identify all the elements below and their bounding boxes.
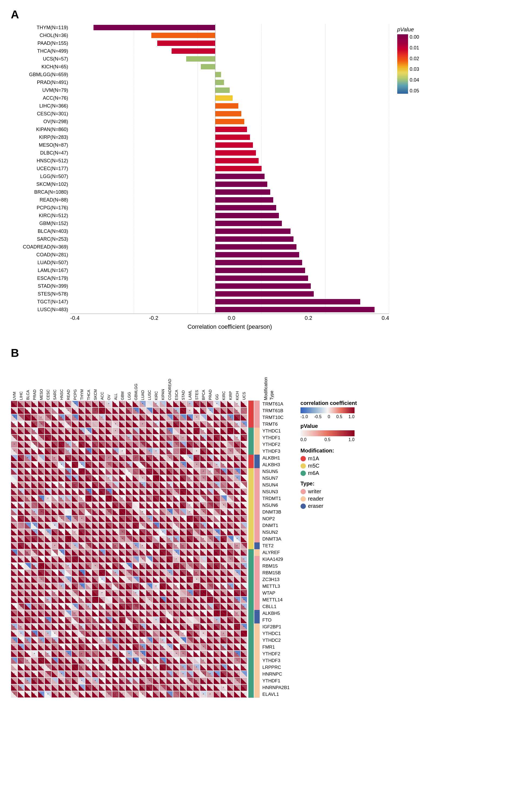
heatmap-cell: * <box>119 563 126 569</box>
heatmap-cell <box>234 630 241 637</box>
heatmap-cell: * <box>17 630 24 637</box>
heatmap-cell: * <box>214 596 220 603</box>
type-segment <box>254 684 260 691</box>
heatmap-cell: * <box>241 516 247 522</box>
heatmap-cell: * <box>24 623 31 630</box>
heatmap-cell: * <box>146 637 153 644</box>
heatmap-cell: * <box>72 427 78 434</box>
type-segment <box>254 434 260 441</box>
heatmap-cell <box>214 414 220 421</box>
heatmap-cell: * <box>214 407 220 414</box>
legend-a: pValue 0.00 0.01 0.02 0.03 0.04 0.05 <box>397 27 419 94</box>
heatmap-cell: * <box>214 549 220 556</box>
heatmap-cell: * <box>207 556 214 563</box>
heatmap-cell: * <box>159 529 166 536</box>
heatmap-cell: * <box>173 603 180 610</box>
heatmap-cell: * <box>92 488 99 495</box>
heatmap-row: ************************** <box>11 407 247 414</box>
bar-label: COAD(N=281) <box>11 252 70 258</box>
heatmap-cell: * <box>17 684 24 691</box>
heatmap-row: ************************** <box>11 461 247 468</box>
heatmap-cell: * <box>139 664 146 671</box>
heatmap-cell <box>119 576 126 583</box>
heatmap-cell: * <box>45 664 51 671</box>
heatmap-cell <box>214 583 220 590</box>
mod-segment <box>248 536 254 542</box>
heatmap-cell: * <box>180 651 186 657</box>
heatmap-cell: * <box>214 427 220 434</box>
heatmap-cell: * <box>85 657 92 664</box>
heatmap-cell: * <box>166 563 173 569</box>
heatmap-cell: * <box>99 651 105 657</box>
row-label: CBLL1 <box>261 603 290 610</box>
heatmap-cell: * <box>72 461 78 468</box>
heatmap-cell <box>31 488 38 495</box>
heatmap-cell: * <box>65 536 72 542</box>
heatmap-cell: * <box>24 657 31 664</box>
heatmap-cell: * <box>180 516 186 522</box>
heatmap-cell: * <box>146 434 153 441</box>
bar-area <box>70 157 389 164</box>
heatmap-cell: * <box>72 549 78 556</box>
heatmap-cell: * <box>85 475 92 482</box>
heatmap-cell: * <box>132 590 139 596</box>
heatmap-cell: * <box>11 637 17 644</box>
heatmap-cell <box>173 644 180 651</box>
heatmap-cell: * <box>31 542 38 549</box>
row-label: TRMT6 <box>261 421 290 427</box>
heatmap-cell: * <box>146 468 153 475</box>
heatmap-cell <box>65 664 72 671</box>
heatmap-cell: * <box>24 441 31 448</box>
heatmap-cell: * <box>186 644 193 651</box>
heatmap-cell <box>139 610 146 617</box>
heatmap-cell: * <box>186 488 193 495</box>
col-header: LIHC <box>17 362 24 400</box>
heatmap-cell: * <box>193 630 200 637</box>
heatmap-cell: * <box>241 644 247 651</box>
type-segment <box>254 576 260 583</box>
heatmap-cell: * <box>132 495 139 502</box>
heatmap-cell: * <box>180 623 186 630</box>
heatmap-cell <box>159 657 166 664</box>
bar-label: SKCM(N=102) <box>11 182 70 187</box>
heatmap-cell <box>146 651 153 657</box>
bar-fill <box>215 158 259 163</box>
heatmap-cell: * <box>139 407 146 414</box>
heatmap-cell: * <box>200 630 207 637</box>
heatmap-cell: * <box>11 623 17 630</box>
heatmap-cell: * <box>241 495 247 502</box>
heatmap-cell: * <box>234 569 241 576</box>
heatmap-cell: * <box>78 610 85 617</box>
heatmap-cell <box>105 596 112 603</box>
heatmap-cell <box>227 549 234 556</box>
heatmap-cell: * <box>186 549 193 556</box>
heatmap-cell: * <box>99 414 105 421</box>
heatmap-cell: * <box>186 401 193 407</box>
heatmap-cell <box>241 657 247 664</box>
x-tick-3: 0.0 <box>228 315 235 321</box>
heatmap-cell: * <box>241 468 247 475</box>
heatmap-cell: * <box>78 569 85 576</box>
heatmap-cell: * <box>112 651 119 657</box>
heatmap-cell: * <box>112 590 119 596</box>
heatmap-cell: * <box>126 434 132 441</box>
heatmap-row: ************************** <box>11 617 247 623</box>
heatmap-cell: * <box>153 651 159 657</box>
heatmap-cell: * <box>159 556 166 563</box>
heatmap-cell: * <box>78 516 85 522</box>
heatmap-cell: * <box>72 596 78 603</box>
heatmap-cell <box>214 576 220 583</box>
heatmap-cell: * <box>85 684 92 691</box>
heatmap-cell: * <box>207 475 214 482</box>
heatmap-cell <box>112 495 119 502</box>
heatmap-cell: * <box>139 617 146 623</box>
heatmap-cell: * <box>51 603 58 610</box>
heatmap-cell <box>119 644 126 651</box>
heatmap-cell <box>186 421 193 427</box>
heatmap-cell: * <box>234 516 241 522</box>
heatmap-cell: * <box>45 401 51 407</box>
heatmap-cell: * <box>92 556 99 563</box>
heatmap-cell: * <box>45 671 51 678</box>
heatmap-cell: * <box>166 549 173 556</box>
heatmap-cell: * <box>186 475 193 482</box>
